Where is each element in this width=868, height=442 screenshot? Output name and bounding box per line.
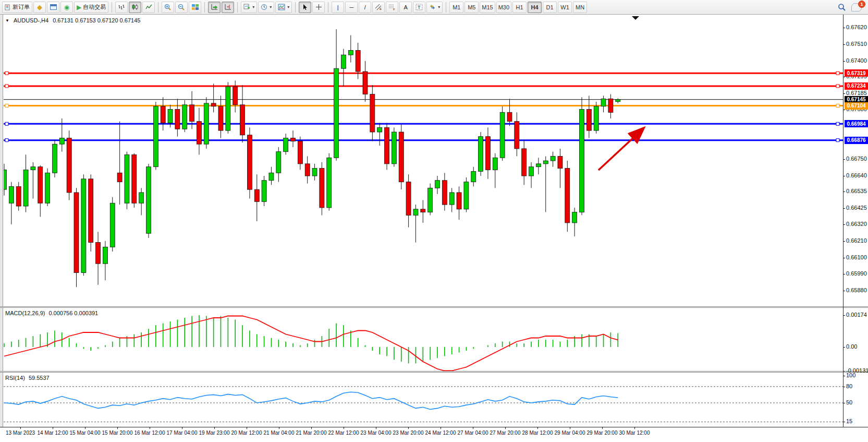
arrows-button[interactable]: ▾ [426, 2, 443, 13]
panel-splitter[interactable] [0, 371, 868, 373]
crosshair-button[interactable] [312, 2, 325, 13]
caret-down-icon: ▾ [252, 5, 254, 9]
candlestick [211, 103, 216, 106]
vertical-line-button[interactable]: | [332, 2, 344, 13]
candlestick [291, 138, 296, 141]
zoom-out-icon [178, 4, 185, 11]
text-button[interactable]: A [399, 2, 412, 13]
new-chart-button[interactable]: ▾ [241, 2, 257, 13]
clock-icon [261, 4, 267, 10]
price-tick-label: 0.65990 [846, 270, 867, 277]
horizontal-line-button[interactable]: ─ [345, 2, 358, 13]
candlestick [74, 193, 79, 273]
price-tick-label: 0.67510 [846, 41, 867, 47]
template-button[interactable]: ▾ [275, 2, 292, 13]
line-chart-button[interactable] [142, 2, 155, 13]
caret-down-icon: ▾ [438, 5, 440, 9]
time-axis-tick [53, 427, 53, 429]
candlestick [132, 154, 137, 203]
chat-button[interactable]: 1 [851, 3, 862, 11]
time-axis-tick [634, 427, 635, 429]
candlestick [168, 110, 173, 123]
gold-chart-button[interactable]: ◆ [33, 2, 46, 13]
timeframe-button-h4[interactable]: H4 [528, 2, 542, 13]
candlestick [449, 193, 454, 205]
bar-chart-button[interactable] [115, 2, 128, 13]
new-order-button[interactable]: 新订单 [2, 2, 32, 13]
line-handle [5, 139, 8, 142]
timeframe-button-m30[interactable]: M30 [496, 2, 511, 13]
candlestick [262, 181, 266, 202]
price-line-badge: 0.67234 [845, 82, 868, 90]
price-tick-label: 0.66640 [846, 172, 867, 178]
channel-icon: E [375, 4, 382, 10]
macd-axis-label: 0.00174 [846, 312, 867, 318]
main-chart-canvas[interactable] [4, 15, 843, 306]
cursor-button[interactable] [299, 2, 311, 13]
profile-window-button[interactable] [47, 2, 59, 13]
timeframe-button-m15[interactable]: M15 [480, 2, 495, 13]
candlestick [312, 169, 317, 176]
candlestick [190, 105, 194, 122]
zoom-out-button[interactable] [175, 2, 188, 13]
trendline-button[interactable]: / [359, 2, 371, 13]
bar-chart-icon [118, 4, 125, 10]
candlestick [442, 181, 447, 205]
macd-values: 0.000756 0.000391 [48, 310, 98, 316]
chart-dropdown-icon[interactable]: ▼ [5, 18, 9, 23]
gold-diamond-icon: ◆ [37, 3, 42, 11]
time-axis-tick [20, 427, 21, 429]
candlestick [110, 203, 115, 247]
toolbar-separator [446, 2, 446, 13]
line-handle [5, 71, 8, 75]
candlestick [493, 158, 497, 170]
candlestick [146, 167, 151, 234]
candlestick [515, 122, 519, 149]
svg-text:F: F [393, 8, 395, 10]
period-button[interactable]: ▾ [258, 2, 274, 13]
candlestick [153, 106, 158, 167]
price-tick-label: 0.67185 [846, 90, 867, 96]
candlestick [500, 112, 505, 158]
axis-tick-mark [843, 291, 845, 291]
zoom-in-button[interactable] [162, 2, 174, 13]
signal-icon: ◉ [64, 4, 69, 11]
candlestick [421, 209, 425, 212]
chart-shift-button[interactable] [222, 2, 234, 13]
timeframe-button-w1[interactable]: W1 [558, 2, 572, 13]
macd-panel-canvas[interactable] [4, 308, 843, 371]
candlestick [4, 170, 7, 189]
tile-windows-button[interactable] [189, 2, 201, 13]
timeframe-group: M1M5M15M30H1H4D1W1MN [449, 2, 587, 13]
signal-button[interactable]: ◉ [60, 2, 73, 13]
candlestick [413, 209, 418, 216]
candlestick-chart-button[interactable] [129, 2, 141, 13]
axis-tick-mark [843, 224, 845, 225]
candlestick [529, 167, 534, 176]
rsi-panel-canvas[interactable] [4, 373, 843, 427]
channel-button[interactable]: E [372, 2, 385, 13]
autotrade-play-icon: ▶ [77, 4, 81, 11]
autotrade-button[interactable]: ▶ 自动交易 [74, 2, 108, 13]
new-order-icon [5, 4, 11, 10]
search-icon[interactable] [838, 3, 846, 11]
fibonacci-button[interactable]: F [386, 2, 398, 13]
auto-scroll-button[interactable] [208, 2, 221, 13]
timeframe-button-d1[interactable]: D1 [543, 2, 557, 13]
timeframe-button-h1[interactable]: H1 [512, 2, 527, 13]
axis-tick-mark [843, 93, 845, 94]
axis-tick-mark [843, 258, 845, 258]
line-handle [5, 104, 8, 107]
price-tick-label: 0.67620 [846, 24, 867, 30]
text-label-button[interactable]: T [413, 2, 425, 13]
trendline-icon: / [364, 4, 366, 10]
timeframe-button-mn[interactable]: MN [573, 2, 587, 13]
line-chart-icon [145, 4, 152, 10]
candlestick [96, 243, 101, 264]
candlestick [580, 110, 584, 212]
candlestick [23, 170, 28, 206]
timeframe-button-m1[interactable]: M1 [449, 2, 463, 13]
axis-tick-mark [843, 376, 845, 376]
timeframe-button-m5[interactable]: M5 [464, 2, 479, 13]
time-axis-tick [376, 427, 376, 429]
